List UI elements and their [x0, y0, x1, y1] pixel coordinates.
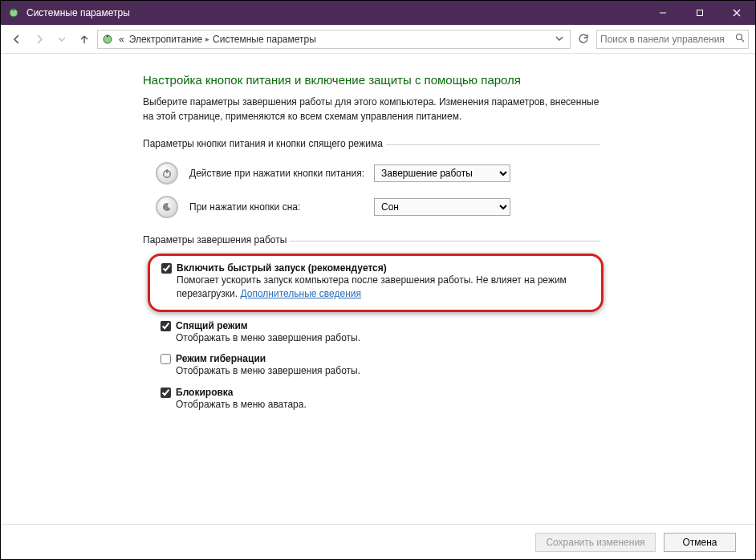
- search-input[interactable]: [600, 34, 735, 45]
- more-info-link[interactable]: Дополнительные сведения: [240, 288, 360, 299]
- svg-line-9: [742, 39, 744, 42]
- shutdown-option-desc: Отображать в меню завершения работы.: [176, 364, 600, 378]
- shutdown-option-title: Блокировка: [176, 387, 234, 398]
- power-icon: [156, 162, 178, 185]
- svg-rect-7: [107, 34, 108, 37]
- sleep-button-select[interactable]: Сон: [374, 198, 510, 216]
- maximize-button[interactable]: [681, 1, 718, 25]
- svg-rect-1: [13, 9, 14, 11]
- window-controls: [644, 1, 755, 25]
- window-title: Системные параметры: [26, 7, 644, 18]
- titlebar: Системные параметры: [1, 1, 755, 25]
- shutdown-option-desc: Отображать в меню завершения работы.: [176, 331, 600, 345]
- shutdown-option-checkbox[interactable]: [161, 388, 171, 398]
- svg-rect-3: [697, 10, 703, 16]
- breadcrumb-prefix: «: [119, 34, 124, 45]
- power-button-label: Действие при нажатии кнопки питания:: [189, 168, 374, 179]
- sleep-button-row: При нажатии кнопки сна: Сон: [156, 196, 600, 218]
- app-icon: [7, 6, 20, 19]
- addressbar-icon: [101, 33, 114, 46]
- power-button-select[interactable]: Завершение работы: [374, 164, 510, 182]
- addressbar-dropdown[interactable]: [552, 34, 567, 45]
- breadcrumb: Электропитание ▸ Системные параметры: [129, 34, 547, 45]
- navbar: « Электропитание ▸ Системные параметры: [1, 25, 755, 54]
- shutdown-option-title: Спящий режим: [176, 320, 248, 331]
- shutdown-option-checkbox[interactable]: [161, 354, 171, 364]
- shutdown-option-title: Включить быстрый запуск (рекомендуется): [177, 262, 387, 274]
- page-title: Настройка кнопок питания и включение защ…: [143, 73, 600, 87]
- addressbar[interactable]: « Электропитание ▸ Системные параметры: [97, 30, 571, 49]
- shutdown-option: Спящий режимОтображать в меню завершения…: [161, 320, 600, 345]
- shutdown-option-desc: Отображать в меню аватара.: [176, 398, 600, 412]
- chevron-right-icon: ▸: [204, 34, 211, 43]
- shutdown-option: БлокировкаОтображать в меню аватара.: [161, 387, 600, 412]
- recent-dropdown[interactable]: [52, 30, 71, 49]
- up-button[interactable]: [75, 30, 94, 49]
- forward-button[interactable]: [30, 30, 49, 49]
- shutdown-option: Включить быстрый запуск (рекомендуется)П…: [161, 254, 600, 312]
- refresh-button[interactable]: [574, 30, 593, 49]
- section-legend: Параметры кнопки питания и кнопки спящег…: [143, 138, 386, 149]
- search-box[interactable]: [596, 30, 749, 49]
- minimize-button[interactable]: [644, 1, 681, 25]
- breadcrumb-item[interactable]: Электропитание: [129, 34, 202, 45]
- content-area: Настройка кнопок питания и включение защ…: [1, 54, 755, 524]
- sleep-button-label: При нажатии кнопки сна:: [189, 201, 374, 213]
- shutdown-option-checkbox[interactable]: [161, 263, 172, 274]
- section-legend: Параметры завершения работы: [143, 234, 290, 246]
- shutdown-option-desc: Помогает ускорить запуск компьютера посл…: [177, 274, 590, 302]
- moon-icon: [156, 196, 178, 218]
- shutdown-option-title: Режим гибернации: [176, 353, 266, 364]
- section-shutdown: Параметры завершения работы Включить быс…: [143, 234, 600, 412]
- shutdown-option: Режим гибернацииОтображать в меню заверш…: [161, 353, 600, 378]
- save-button[interactable]: Сохранить изменения: [535, 533, 656, 552]
- section-power-buttons: Параметры кнопки питания и кнопки спящег…: [143, 138, 600, 218]
- breadcrumb-item[interactable]: Системные параметры: [213, 34, 316, 45]
- shutdown-option-checkbox[interactable]: [161, 321, 171, 331]
- search-icon: [735, 33, 745, 45]
- page-description: Выберите параметры завершения работы для…: [143, 95, 600, 124]
- cancel-button[interactable]: Отмена: [664, 533, 736, 552]
- svg-point-8: [737, 34, 742, 40]
- footer: Сохранить изменения Отмена: [1, 524, 755, 559]
- back-button[interactable]: [7, 30, 26, 49]
- chevron-down-icon: [552, 34, 567, 45]
- power-button-row: Действие при нажатии кнопки питания: Зав…: [156, 162, 600, 185]
- close-button[interactable]: [718, 1, 755, 25]
